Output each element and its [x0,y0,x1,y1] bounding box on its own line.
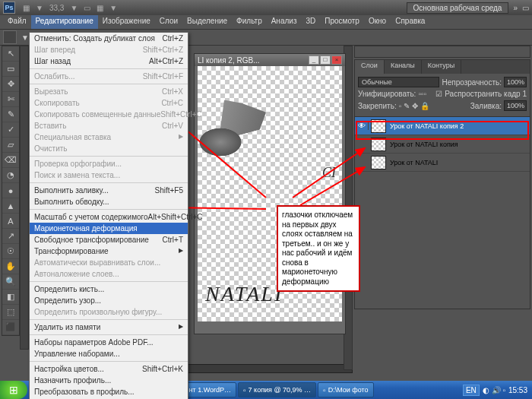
opacity-label: Непрозрачность: [442,78,502,87]
tool-button[interactable]: ▭ [2,62,19,77]
menu-Изображение[interactable]: Изображение [98,15,155,29]
tool-button[interactable]: ⬛ [2,320,19,335]
language-indicator[interactable]: EN [463,385,480,396]
menu-Выделение[interactable]: Выделение [182,15,232,29]
menu-Файл[interactable]: Файл [3,15,31,29]
tool-preset[interactable] [3,30,17,44]
menu-item: Ослабить...Shift+Ctrl+F [30,71,188,82]
menu-item: Скопировать совмещенные данныеShift+Ctrl… [30,109,188,120]
menu-Справка[interactable]: Справка [391,15,429,29]
tool-button[interactable]: ✎ [2,107,19,122]
panel-tab[interactable]: Контуры [422,60,461,74]
layer-thumb [371,119,386,133]
lock-label: Закрепить: [358,102,397,110]
menu-Слои[interactable]: Слои [155,15,182,29]
tool-button[interactable]: ⬚ [2,305,19,320]
csLive-icon[interactable]: ▭ [522,4,529,12]
tool-button[interactable]: 🔍 [2,274,19,290]
menu-item: ВырезатьCtrl+X [30,86,188,97]
maximize-button[interactable]: □ [320,55,331,65]
chevrons-icon[interactable]: » [513,4,518,12]
minimize-button[interactable]: _ [309,55,319,65]
tool-button[interactable]: ▲ [2,198,19,214]
tool-button[interactable]: ◧ [2,290,19,305]
menu-item[interactable]: Отменить: Создать дубликат слояCtrl+Z [30,33,188,44]
tool-button[interactable]: ✄ [2,92,19,107]
bird-body [179,112,255,173]
panel-tab[interactable]: Каналы [385,60,422,74]
menu-item[interactable]: Выполнить обводку... [30,196,188,207]
collapsed-panel[interactable] [354,46,530,58]
fill-input[interactable]: 100% [504,100,527,111]
tool-button[interactable]: A [2,214,19,229]
layer-row[interactable]: Урок от NATALI копия [355,135,530,154]
taskbar-item[interactable]: ▫7 копия @ 70,9% … [238,382,316,397]
start-button[interactable]: ⊞ [0,381,27,399]
taskbar-item[interactable]: ▫D:\Мои фото [318,382,373,397]
menu-item[interactable]: Трансформирование▶ [30,245,188,257]
fill-label: Заливка: [470,102,502,110]
tool-button[interactable]: ✓ [2,122,19,138]
menu-item: Определить произвольную фигуру... [30,306,188,318]
menu-item[interactable]: Марионеточная деформация [30,223,188,234]
menu-Окно[interactable]: Окно [364,15,391,29]
menu-item: Очистить [30,143,188,154]
layer-row[interactable]: 👁Урок от NATALI копия 2 [355,117,530,135]
layer-thumb [371,156,386,169]
tool-button[interactable]: ● [2,183,19,198]
menu-item[interactable]: Определить узор... [30,295,188,306]
document-titlebar[interactable]: LI копия 2, RGB... _ □ × [195,54,345,66]
menu-Анализ[interactable]: Анализ [267,15,302,29]
menu-item[interactable]: Управление наборами... [30,348,188,359]
toolbox: ↖▭✥✄✎✓▱⌫◔●▲A↗☉✋🔍◧⬚⬛ [2,46,20,336]
menu-item: Шаг впередShift+Ctrl+Z [30,44,188,55]
menu-item[interactable]: Удалить из памяти▶ [30,321,188,333]
menu-item[interactable]: Шаг назадAlt+Ctrl+Z [30,55,188,67]
layer-name: Урок от NATALI копия [388,141,458,148]
ps-logo: Ps [3,2,15,14]
tool-button[interactable]: ✋ [2,259,19,274]
menu-item: Специальная вставка▶ [30,131,188,143]
system-tray: EN ◐ 🔊 ▫ 15:53 [458,385,532,396]
workspace-selector[interactable]: Основная рабочая среда [407,2,509,14]
menu-item: Проверка орфографии... [30,158,188,169]
blend-mode-select[interactable]: Обычные [358,77,439,87]
canvas-text-2: NATALI [205,282,283,306]
menu-Фильтр[interactable]: Фильтр [232,15,267,29]
opacity-input[interactable]: 100% [504,77,527,87]
tool-button[interactable]: ↖ [2,46,19,62]
annotation-callout: глазочки отключаем на первых двух слоях … [277,205,360,292]
clock[interactable]: 15:53 [508,386,527,394]
menu-bar: ФайлРедактированиеИзображениеСлоиВыделен… [0,15,532,29]
layer-row[interactable]: Урок от NATALI [355,154,530,172]
menu-item[interactable]: Наборы параметров Adobe PDF... [30,337,188,348]
propagate-label: Распространить кадр 1 [445,90,527,98]
edit-menu-dropdown: Отменить: Создать дубликат слояCtrl+ZШаг… [29,32,188,399]
menu-item[interactable]: Назначить профиль... [30,375,188,386]
menu-3D[interactable]: 3D [301,15,320,29]
menu-item[interactable]: Выполнить заливку...Shift+F5 [30,185,188,196]
menu-item[interactable]: Свободное трансформированиеCtrl+T [30,234,188,245]
tool-button[interactable]: ✥ [2,77,19,92]
menu-Просмотр[interactable]: Просмотр [320,15,364,29]
visibility-toggle[interactable]: 👁 [355,122,369,130]
menu-item[interactable]: Масштаб с учетом содержимогоAlt+Shift+Ct… [30,211,188,223]
tool-button[interactable]: ▱ [2,138,19,153]
menu-item[interactable]: Определить кисть... [30,283,188,295]
tool-button[interactable]: ☉ [2,244,19,259]
menu-item: Автоматически выравнивать слои... [30,257,188,268]
unify-label: Унифицировать: [358,90,416,98]
menu-item: Автоналожение слоев... [30,268,188,280]
menu-item[interactable]: Преобразовать в профиль... [30,386,188,397]
menu-Редактирование[interactable]: Редактирование [31,15,98,29]
tool-button[interactable]: ⌫ [2,153,19,168]
menu-item: Поиск и замена текста... [30,169,188,181]
tool-button[interactable]: ◔ [2,168,19,183]
title-quickbar: ▦▼33,3▼▭▦▼ [23,4,117,12]
tool-button[interactable]: ↗ [2,229,19,244]
close-button[interactable]: × [331,55,342,65]
document-window: LI копия 2, RGB... _ □ × CI NATALI [194,53,346,334]
menu-item[interactable]: Настройка цветов...Shift+Ctrl+K [30,363,188,375]
panel-tab[interactable]: Слои [355,60,385,74]
doc-title: LI копия 2, RGB... [198,56,259,65]
